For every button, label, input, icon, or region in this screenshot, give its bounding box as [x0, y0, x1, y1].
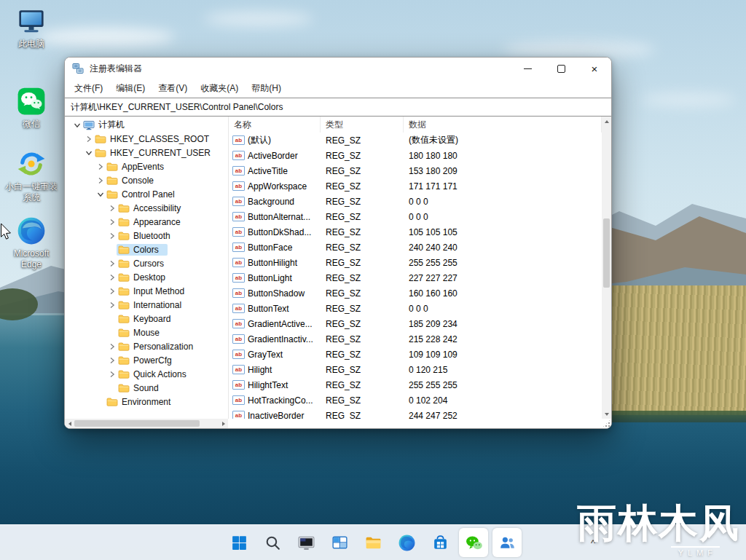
chevron-icon[interactable]: [107, 260, 117, 267]
chevron-icon[interactable]: [107, 274, 117, 281]
contacts-button[interactable]: [492, 528, 522, 557]
menu-item[interactable]: 收藏夹(A): [194, 82, 245, 95]
tree-item[interactable]: Input Method: [65, 284, 228, 298]
desktop-icon-this-pc[interactable]: 此电脑: [4, 6, 59, 50]
registry-value-row[interactable]: ab ButtonHilight REG_SZ 255 255 255: [229, 255, 602, 270]
chevron-icon[interactable]: [107, 288, 117, 295]
chevron-icon[interactable]: [84, 149, 93, 157]
value-data: 255 255 255: [404, 258, 602, 268]
title-bar[interactable]: 注册表编辑器 ×: [65, 58, 611, 79]
search-button[interactable]: [258, 528, 287, 557]
tree-item[interactable]: Console: [65, 173, 228, 187]
desktop-icon-xiaobai[interactable]: 小白一键重装系统: [4, 149, 59, 203]
tree-item[interactable]: AppEvents: [65, 159, 228, 173]
edge-button[interactable]: [392, 528, 421, 557]
task-view-button[interactable]: [325, 528, 354, 557]
chevron-icon[interactable]: [107, 205, 117, 212]
tree-item[interactable]: Quick Actions: [65, 367, 228, 381]
value-type: REG_SZ: [321, 197, 404, 207]
chevron-icon[interactable]: [95, 177, 105, 184]
column-header-data[interactable]: 数据: [404, 117, 602, 133]
scroll-down-arrow[interactable]: [602, 409, 611, 419]
legacy-app-button[interactable]: [291, 528, 321, 557]
chevron-icon[interactable]: [95, 398, 105, 406]
chevron-icon[interactable]: [95, 191, 105, 198]
menu-item[interactable]: 编辑(E): [109, 82, 152, 95]
chevron-icon[interactable]: [107, 232, 117, 240]
chevron-icon[interactable]: [107, 384, 117, 392]
tree-item[interactable]: Bluetooth: [65, 229, 228, 242]
registry-value-row[interactable]: ab GradientActive... REG_SZ 185 209 234: [229, 316, 602, 331]
registry-value-row[interactable]: ab AppWorkspace REG_SZ 171 171 171: [229, 178, 602, 194]
registry-value-row[interactable]: ab HilightText REG_SZ 255 255 255: [229, 377, 602, 393]
chevron-icon[interactable]: [107, 315, 117, 323]
vertical-scrollbar-thumb[interactable]: [603, 218, 610, 288]
chevron-icon[interactable]: [107, 329, 117, 336]
tree-item[interactable]: Sound: [65, 381, 228, 395]
tree-item[interactable]: Desktop: [65, 270, 228, 284]
folder-icon: [118, 231, 130, 241]
registry-value-row[interactable]: ab HotTrackingCo... REG_SZ 0 102 204: [229, 393, 602, 408]
tree-item[interactable]: PowerCfg: [65, 353, 228, 367]
tree-item-label: Quick Actions: [133, 369, 186, 379]
registry-value-row[interactable]: ab Background REG_SZ 0 0 0: [229, 194, 602, 209]
store-button[interactable]: [425, 528, 455, 557]
chevron-icon[interactable]: [107, 343, 117, 350]
menu-item[interactable]: 文件(F): [68, 82, 109, 95]
scroll-left-arrow[interactable]: [65, 419, 74, 428]
registry-value-row[interactable]: ab (默认) REG_SZ (数值未设置): [229, 133, 602, 148]
tree-item[interactable]: International: [65, 298, 228, 312]
chevron-icon[interactable]: [107, 218, 117, 226]
scroll-right-arrow[interactable]: [219, 419, 228, 428]
chevron-icon[interactable]: [107, 357, 117, 364]
tree-item[interactable]: HKEY_CLASSES_ROOT: [65, 132, 228, 146]
chevron-icon[interactable]: [72, 122, 82, 129]
resize-grip[interactable]: [602, 419, 611, 428]
menu-item[interactable]: 帮助(H): [245, 82, 288, 95]
vertical-scrollbar[interactable]: [602, 117, 611, 419]
desktop-icon-wechat[interactable]: 微信: [4, 86, 59, 130]
tree-item[interactable]: Accessibility: [65, 201, 228, 215]
tree-item[interactable]: Keyboard: [65, 312, 228, 326]
tree-item[interactable]: Appearance: [65, 215, 228, 229]
horizontal-scrollbar-thumb[interactable]: [74, 420, 200, 427]
registry-value-row[interactable]: ab ActiveTitle REG_SZ 153 180 209: [229, 163, 602, 178]
chevron-icon[interactable]: [84, 135, 93, 143]
tree-item[interactable]: 计算机: [65, 118, 228, 132]
registry-value-row[interactable]: ab ButtonLight REG_SZ 227 227 227: [229, 270, 602, 285]
chevron-icon[interactable]: [107, 301, 117, 309]
registry-value-row[interactable]: ab Hilight REG_SZ 0 120 215: [229, 362, 602, 377]
registry-value-row[interactable]: ab ButtonShadow REG_SZ 160 160 160: [229, 285, 602, 301]
horizontal-scrollbar[interactable]: [65, 419, 228, 428]
file-explorer-button[interactable]: [358, 528, 388, 557]
chevron-icon[interactable]: [107, 246, 117, 253]
show-hidden-icons-button[interactable]: ^: [584, 534, 602, 551]
column-header-type[interactable]: 类型: [321, 117, 404, 133]
registry-value-row[interactable]: ab InactiveBorder REG_SZ 244 247 252: [229, 408, 602, 419]
tree-item[interactable]: Cursors: [65, 256, 228, 270]
start-button[interactable]: [224, 528, 254, 557]
maximize-button[interactable]: [544, 58, 578, 79]
address-input[interactable]: [65, 102, 611, 112]
tree-item[interactable]: Control Panel: [65, 187, 228, 201]
registry-value-row[interactable]: ab ButtonDkShad... REG_SZ 105 105 105: [229, 224, 602, 240]
registry-value-row[interactable]: ab ActiveBorder REG_SZ 180 180 180: [229, 148, 602, 163]
wechat-button[interactable]: [459, 528, 488, 557]
close-button[interactable]: ×: [578, 58, 611, 79]
tree-item[interactable]: Personalization: [65, 339, 228, 353]
registry-value-row[interactable]: ab GrayText REG_SZ 109 109 109: [229, 347, 602, 362]
column-header-name[interactable]: 名称: [229, 117, 321, 133]
chevron-icon[interactable]: [107, 371, 117, 378]
tree-item[interactable]: Environment: [65, 395, 228, 409]
menu-item[interactable]: 查看(V): [152, 82, 194, 95]
registry-value-row[interactable]: ab ButtonText REG_SZ 0 0 0: [229, 301, 602, 316]
minimize-button[interactable]: [511, 58, 544, 79]
registry-value-row[interactable]: ab ButtonFace REG_SZ 240 240 240: [229, 240, 602, 255]
registry-value-row[interactable]: ab ButtonAlternat... REG_SZ 0 0 0: [229, 209, 602, 224]
scroll-up-arrow[interactable]: [602, 117, 611, 126]
tree-item[interactable]: Colors: [65, 242, 228, 256]
chevron-icon[interactable]: [95, 163, 105, 170]
registry-value-row[interactable]: ab GradientInactiv... REG_SZ 215 228 242: [229, 331, 602, 347]
tree-item[interactable]: Mouse: [65, 326, 228, 339]
tree-item[interactable]: HKEY_CURRENT_USER: [65, 146, 228, 159]
